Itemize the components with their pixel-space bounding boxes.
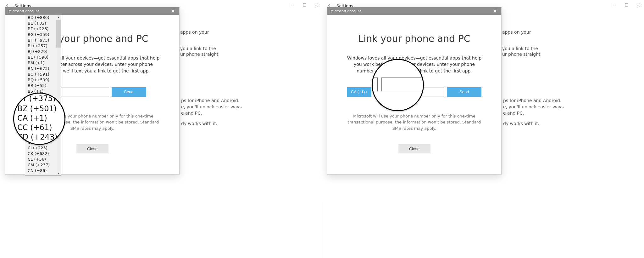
country-code-option[interactable]: CM (+237) [28, 162, 56, 168]
country-code-option[interactable]: BD (+880) [28, 15, 56, 20]
send-button[interactable]: Send [447, 87, 481, 97]
country-code-option[interactable]: BJ (+229) [28, 49, 56, 54]
country-code-option[interactable]: BG (+359) [28, 32, 56, 37]
country-code-dropdown-button[interactable]: CA (+1)▾ [347, 87, 371, 97]
magnifier-left: BY (+375) BZ (+501) CA (+1) CC (+61) CD … [13, 93, 65, 145]
disclaimer-text: Microsoft will use your phone number onl… [345, 113, 484, 132]
maximize-icon[interactable] [625, 3, 628, 7]
dialog-title: Microsoft account [8, 9, 39, 13]
country-code-option[interactable]: BE (+32) [28, 20, 56, 26]
country-code-option[interactable]: BN (+673) [28, 66, 56, 72]
country-code-option[interactable]: BR (+55) [28, 83, 56, 89]
dialog-titlebar[interactable]: Microsoft account [327, 7, 501, 15]
country-code-option[interactable]: BM (+1) [28, 60, 56, 66]
dropdown-scrollbar[interactable]: ▴ ▾ [56, 15, 61, 175]
scroll-thumb[interactable] [56, 20, 61, 48]
maximize-icon[interactable] [303, 3, 306, 7]
country-code-option[interactable]: CL (+56) [28, 157, 56, 162]
scroll-up-icon[interactable]: ▴ [57, 15, 60, 19]
country-code-option[interactable]: BO (+591) [28, 72, 56, 77]
dialog-titlebar[interactable]: Microsoft account [5, 7, 179, 15]
screenshot-right: Settings apps on your you a link to the … [322, 0, 644, 258]
send-button[interactable]: Send [112, 87, 146, 97]
close-button[interactable]: Close [76, 144, 108, 153]
close-window-icon[interactable] [314, 3, 318, 7]
country-code-option[interactable]: BF (+226) [28, 26, 56, 32]
scroll-down-icon[interactable]: ▾ [57, 171, 60, 175]
close-window-icon[interactable] [636, 3, 640, 7]
magnifier-right [372, 59, 424, 111]
country-code-option[interactable]: BL (+590) [28, 54, 56, 60]
svg-rect-1 [303, 3, 306, 6]
chevron-down-icon: ▾ [366, 90, 368, 94]
dialog-close-icon[interactable] [489, 7, 501, 15]
svg-rect-7 [625, 3, 628, 6]
country-code-option[interactable]: BQ (+599) [28, 77, 56, 83]
country-code-option[interactable]: CK (+682) [28, 151, 56, 157]
dialog-heading: Link your phone and PC [345, 33, 484, 44]
country-code-option[interactable]: CN (+86) [28, 168, 56, 174]
close-button[interactable]: Close [398, 144, 430, 153]
minimize-icon[interactable] [613, 3, 616, 7]
country-code-option[interactable]: CI (+225) [28, 145, 56, 151]
country-code-option[interactable]: BI (+257) [28, 43, 56, 49]
minimize-icon[interactable] [291, 3, 294, 7]
dialog-close-icon[interactable] [167, 7, 179, 15]
country-code-option[interactable]: BH (+973) [28, 37, 56, 43]
screenshot-left: Settings apps on your you a link to the … [0, 0, 322, 258]
dialog-title: Microsoft account [330, 9, 361, 13]
